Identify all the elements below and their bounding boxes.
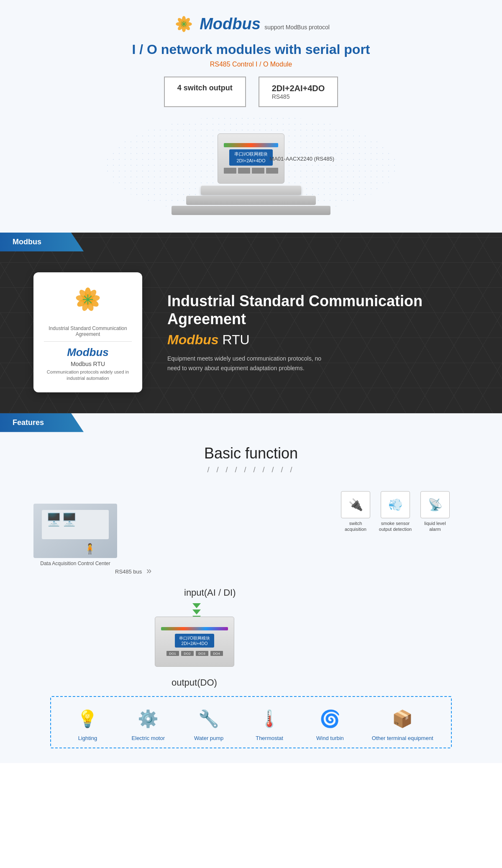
module-box-2: 2DI+2AI+4DO RS485 xyxy=(259,77,338,107)
module-box-1: 4 switch output xyxy=(164,77,246,107)
other-equipment-icon: 📦 xyxy=(387,705,418,732)
pump-icon: 🔧 xyxy=(193,705,225,732)
control-room-illustration: 🧍 xyxy=(33,504,117,558)
device-label-box: 串口I/O联网模块 2DI+2AI+4DO xyxy=(229,149,273,166)
sensor-label-1: smoke sensor output detection xyxy=(379,520,412,533)
modbus-card: Industrial Standard Communication Agreem… xyxy=(33,272,142,392)
smoke-sensor-icon: 💨 xyxy=(381,491,410,518)
logo-modbus-text: Modbus xyxy=(200,15,261,33)
modbus-card-desc: Industrial Standard Communication Agreem… xyxy=(44,325,132,337)
output-item-pump: 🔧 Water pump xyxy=(190,705,228,741)
control-person-icon: 🧍 xyxy=(84,543,96,555)
sensor-item-0: 🔌 switch acquisition xyxy=(339,491,372,533)
control-center: 🧍 Data Acquisition Control Center xyxy=(33,504,117,566)
modbus-card-rtu: Modbus RTU xyxy=(44,361,132,367)
sensor-group: 🔌 switch acquisition 💨 smoke sensor outp… xyxy=(339,491,452,533)
output-item-thermostat: 🌡️ Thermostat xyxy=(251,705,288,741)
central-device: 串口I/O联网模块 2DI+2AI+4DO DO1DO2DO3DO4 xyxy=(155,617,234,667)
modbus-card-comm: Communication protocols widely used in i… xyxy=(44,369,132,382)
output-item-other: 📦 Other terminal equipment xyxy=(372,705,433,741)
central-device-label: 串口I/O联网模块 2DI+2AI+4DO xyxy=(175,634,214,648)
pedestal-stage1 xyxy=(201,186,301,195)
pedestal: 串口I/O联网模块 2DI+2AI+4DO MA01-AACX2240 (RS4… xyxy=(172,133,330,215)
features-title: Basic function xyxy=(25,445,477,462)
modbus-card-brand: Modbus xyxy=(44,346,132,359)
section-top: Modbus support ModBus protocol I / O net… xyxy=(0,0,502,233)
svg-marker-28 xyxy=(192,609,201,615)
main-title: I / O network modules with serial port xyxy=(8,42,494,57)
other-label: Other terminal equipment xyxy=(372,735,433,741)
sensor-item-2: 📡 liquid level alarm xyxy=(418,491,452,533)
pedestal-device: 串口I/O联网模块 2DI+2AI+4DO MA01-AACX2240 (RS4… xyxy=(218,133,284,184)
modbus-section-header: Modbus xyxy=(0,233,84,251)
thermostat-icon: 🌡️ xyxy=(254,705,285,732)
output-box: 💡 Lighting ⚙️ Electric motor 🔧 Water pum… xyxy=(50,696,452,748)
control-label: Data Acquisition Control Center xyxy=(33,561,117,566)
arrow-right-double-icon: » xyxy=(146,566,151,576)
svg-marker-27 xyxy=(192,603,201,608)
features-content: Basic function / / / / / / / / / / 🧍 Dat… xyxy=(0,432,502,763)
lighting-icon: 💡 xyxy=(72,705,103,732)
windturbin-icon: 🌀 xyxy=(314,705,346,732)
logo-area: Modbus support ModBus protocol xyxy=(8,13,494,36)
device-top-pins xyxy=(224,143,278,147)
modbus-info-brand: Modbus xyxy=(167,332,219,347)
sensor-label-0: switch acquisition xyxy=(339,520,372,533)
sensor-label-2: liquid level alarm xyxy=(418,520,452,533)
logo-text-group: Modbus support ModBus protocol xyxy=(200,15,330,33)
pump-label: Water pump xyxy=(194,735,223,741)
modbus-rtu-line: Modbus RTU xyxy=(167,332,469,348)
output-item-motor: ⚙️ Electric motor xyxy=(129,705,167,741)
pedestal-stage2 xyxy=(186,196,316,205)
device-bottom-pins xyxy=(224,168,278,174)
switch-acquisition-icon: 🔌 xyxy=(341,491,370,518)
features-dots: / / / / / / / / / / xyxy=(25,466,477,474)
liquid-level-icon: 📡 xyxy=(420,491,450,518)
pedestal-stage3 xyxy=(172,206,330,215)
sub-title: RS485 Control I / O Module xyxy=(8,61,494,68)
modbus-content: Industrial Standard Communication Agreem… xyxy=(0,251,502,413)
modbus-info: Industrial Standard Communication Agreem… xyxy=(167,292,469,373)
diagram: 🧍 Data Acquisition Control Center RS485 … xyxy=(25,491,477,742)
modbus-info-desc: Equipment meets widely used communicatio… xyxy=(167,354,326,373)
sensor-item-1: 💨 smoke sensor output detection xyxy=(379,491,412,533)
modbus-logo-icon xyxy=(172,13,195,36)
modbus-info-rtu: RTU xyxy=(223,332,250,347)
device-area: 串口I/O联网模块 2DI+2AI+4DO MA01-AACX2240 (RS4… xyxy=(8,115,494,233)
lighting-label: Lighting xyxy=(78,735,97,741)
input-label: input(AI / DI) xyxy=(184,587,236,598)
module-boxes: 4 switch output 2DI+2AI+4DO RS485 xyxy=(8,77,494,107)
windturbin-label: Wind turbin xyxy=(316,735,344,741)
modbus-info-title: Industrial Standard Communication Agreem… xyxy=(167,292,469,328)
logo-tagline: support ModBus protocol xyxy=(264,24,330,31)
section-features: Features Basic function / / / / / / / / … xyxy=(0,413,502,763)
features-section-header: Features xyxy=(0,413,84,432)
modbus-card-flower-icon xyxy=(71,283,105,316)
motor-icon: ⚙️ xyxy=(133,705,164,732)
output-item-windturbin: 🌀 Wind turbin xyxy=(311,705,349,741)
central-device-top-pins xyxy=(161,627,228,630)
rs485-label: RS485 bus xyxy=(115,568,142,575)
device-model-label: MA01-AACX2240 (RS485) xyxy=(269,155,334,161)
output-item-lighting: 💡 Lighting xyxy=(69,705,106,741)
motor-label: Electric motor xyxy=(132,735,165,741)
output-label: output(DO) xyxy=(172,677,217,688)
central-device-bottom-pins: DO1DO2DO3DO4 xyxy=(166,651,223,656)
section-modbus: Modbus xyxy=(0,233,502,413)
thermostat-label: Thermostat xyxy=(256,735,283,741)
